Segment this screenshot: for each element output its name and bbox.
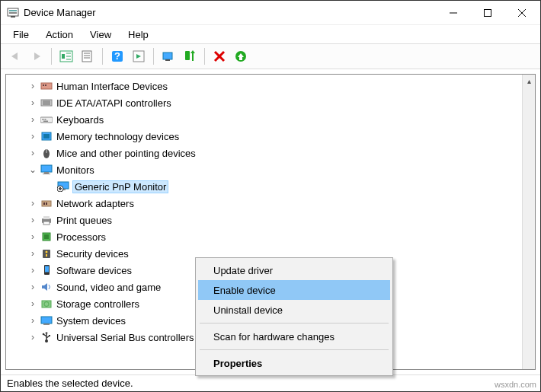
- software-icon: [40, 264, 53, 276]
- content-area: ›Human Interface Devices ›IDE ATA/ATAPI …: [5, 74, 536, 370]
- add-legacy-button[interactable]: [180, 46, 200, 66]
- menu-update-driver[interactable]: Update driver: [198, 260, 390, 280]
- separator: [102, 48, 103, 65]
- back-button[interactable]: [5, 46, 25, 66]
- tree-item-memory[interactable]: ›Memory technology devices: [9, 128, 522, 145]
- close-button[interactable]: [504, 2, 539, 24]
- printer-icon: [40, 214, 53, 226]
- device-manager-window: Device Manager File Action View Help ?: [0, 0, 541, 392]
- tree-item-label: Processors: [56, 231, 106, 243]
- tree-item-keyboards[interactable]: ›Keyboards: [9, 111, 522, 128]
- expand-icon[interactable]: ›: [27, 265, 38, 276]
- tree-item-label: Memory technology devices: [56, 131, 179, 142]
- tree-item-label: Sound, video and game: [56, 282, 161, 293]
- cpu-icon: [40, 231, 53, 243]
- tree-item-label: IDE ATA/ATAPI controllers: [56, 97, 171, 109]
- watermark: wsxdn.com: [495, 380, 536, 389]
- tree-item-label: Generic PnP Monitor: [73, 181, 168, 193]
- expand-icon[interactable]: ›: [27, 315, 38, 326]
- tree-item-label: Human Interface Devices: [56, 81, 168, 92]
- svg-rect-13: [82, 51, 91, 62]
- ide-icon: [40, 97, 53, 109]
- storage-icon: [40, 298, 53, 310]
- show-hide-tree-button[interactable]: [56, 46, 76, 66]
- svg-rect-65: [41, 317, 52, 323]
- tree-item-label: System devices: [56, 315, 126, 327]
- svg-rect-21: [165, 59, 170, 61]
- svg-rect-38: [43, 121, 48, 123]
- keyboard-icon: [40, 113, 53, 126]
- svg-rect-9: [62, 54, 65, 59]
- uninstall-button[interactable]: [210, 46, 229, 66]
- menu-enable-device[interactable]: Enable device: [198, 280, 390, 300]
- expand-icon[interactable]: ›: [27, 332, 38, 343]
- forward-button[interactable]: [27, 46, 46, 66]
- expand-icon[interactable]: ›: [27, 248, 38, 259]
- svg-rect-3: [11, 16, 15, 18]
- tree-item-label: Monitors: [56, 164, 94, 176]
- separator: [51, 48, 52, 65]
- statusbar: Enables the selected device.: [1, 374, 540, 391]
- svg-rect-36: [43, 119, 45, 120]
- collapse-icon[interactable]: ⌄: [27, 164, 38, 175]
- tree-item-monitors[interactable]: ⌄Monitors: [9, 161, 522, 178]
- svg-rect-37: [45, 119, 46, 120]
- menu-scan-hardware[interactable]: Scan for hardware changes: [198, 327, 390, 346]
- menu-help[interactable]: Help: [120, 27, 156, 42]
- minimize-button[interactable]: [436, 2, 470, 24]
- monitor-icon: [40, 164, 53, 176]
- vertical-scrollbar[interactable]: ▴: [522, 75, 535, 369]
- menu-properties[interactable]: Properties: [198, 353, 390, 373]
- svg-rect-66: [43, 323, 50, 325]
- menu-item-label: Update driver: [213, 265, 273, 276]
- menu-action[interactable]: Action: [38, 27, 81, 42]
- tree-item-processors[interactable]: ›Processors: [9, 228, 522, 245]
- svg-rect-29: [45, 84, 46, 86]
- usb-icon: [40, 331, 53, 343]
- svg-rect-1: [9, 10, 17, 11]
- scroll-up-button[interactable]: ▴: [523, 75, 535, 88]
- tree-item-label: Universal Serial Bus controllers: [56, 332, 194, 343]
- expand-icon[interactable]: ›: [27, 198, 38, 209]
- svg-text:?: ?: [114, 50, 120, 62]
- menu-view[interactable]: View: [82, 27, 119, 42]
- separator: [200, 349, 389, 350]
- expand-icon[interactable]: ›: [27, 298, 38, 309]
- monitor-disabled-icon: [56, 180, 70, 193]
- menu-file[interactable]: File: [5, 27, 37, 42]
- svg-point-59: [46, 251, 48, 253]
- menu-uninstall-device[interactable]: Uninstall device: [198, 300, 390, 320]
- tree-item-label: Software devices: [56, 265, 132, 276]
- tree-item-label: Network adapters: [56, 198, 134, 209]
- separator: [200, 323, 389, 323]
- expand-icon[interactable]: ›: [27, 231, 38, 242]
- tree-item-printers[interactable]: ›Print queues: [9, 212, 522, 228]
- expand-icon[interactable]: ›: [27, 148, 38, 158]
- expand-icon[interactable]: ›: [27, 282, 38, 292]
- tree-item-ide[interactable]: ›IDE ATA/ATAPI controllers: [9, 94, 522, 111]
- tree-item-label: Mice and other pointing devices: [56, 148, 196, 159]
- svg-rect-35: [42, 119, 43, 120]
- action-button[interactable]: [129, 46, 149, 66]
- tree-item-hid[interactable]: ›Human Interface Devices: [9, 78, 522, 94]
- titlebar: Device Manager: [1, 1, 540, 25]
- svg-rect-2: [9, 12, 17, 14]
- help-button[interactable]: ?: [107, 46, 127, 66]
- expand-icon[interactable]: ›: [27, 97, 38, 108]
- expand-icon[interactable]: ›: [27, 81, 38, 91]
- svg-rect-28: [43, 84, 44, 86]
- sound-icon: [40, 281, 53, 293]
- network-icon: [40, 197, 53, 209]
- expand-icon[interactable]: ›: [27, 131, 38, 142]
- tree-item-mice[interactable]: ›Mice and other pointing devices: [9, 145, 522, 161]
- expand-icon[interactable]: ›: [27, 215, 38, 225]
- scan-hardware-button[interactable]: [158, 46, 178, 66]
- expand-icon[interactable]: ›: [27, 114, 38, 125]
- tree-item-generic-pnp-monitor[interactable]: Generic PnP Monitor: [9, 178, 522, 195]
- enable-button[interactable]: [231, 46, 251, 66]
- properties-button[interactable]: [78, 46, 98, 66]
- maximize-button[interactable]: [470, 2, 504, 24]
- separator: [153, 48, 154, 65]
- tree-item-network[interactable]: ›Network adapters: [9, 195, 522, 212]
- context-menu: Update driver Enable device Uninstall de…: [195, 257, 393, 376]
